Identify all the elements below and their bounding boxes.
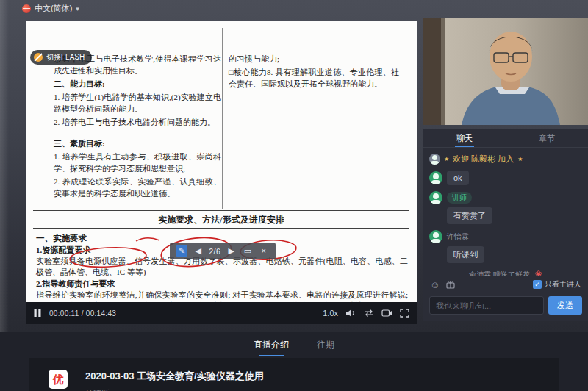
sender-name: 许怡霖: [447, 232, 469, 242]
clear-annotations-icon[interactable]: ×: [258, 245, 269, 257]
chat-toolbar: ☺ ✓ 只看主讲人: [423, 276, 588, 293]
chat-message-input[interactable]: [429, 296, 544, 315]
pause-icon: [33, 309, 42, 318]
line-switch-button[interactable]: [364, 309, 374, 318]
volume-icon: [345, 309, 356, 318]
tab-past-sessions[interactable]: 往期: [317, 339, 334, 356]
pause-button[interactable]: [33, 309, 42, 318]
avatar: [429, 230, 442, 243]
globe-icon: [22, 4, 31, 13]
slide-paragraph: □核心能力8. 具有理解职业道德、专业伦理、社会责任、国际观以及开拓全球视野的能…: [229, 66, 399, 90]
uxuetang-logo: 优 优学院: [43, 370, 74, 391]
slide-column-divider: [222, 28, 223, 209]
tab-chapters[interactable]: 章节: [506, 129, 588, 147]
slide-item-title: 1.资源配置要求: [36, 245, 90, 256]
switch-flash-label: 切换FLASH: [46, 52, 85, 62]
star-decoration-icon: ★: [517, 156, 523, 162]
slide-paragraph: 2. 培养电工与电子技术电路分析问题的能力。: [54, 116, 221, 128]
chat-message: 讲师 有赞赏了: [429, 191, 582, 224]
bottom-tab-bar: 直播介绍 往期: [0, 332, 588, 356]
slide-left-column: 形势下电工与电子技术教学,使得本课程学习达成先进性和实用性目标。 二、能力目标:…: [54, 53, 221, 201]
language-label: 中文(简体): [35, 3, 72, 14]
webcam-video: [423, 18, 588, 125]
page-indicator: 2/6: [209, 247, 220, 256]
time-display: 00:00:11 / 00:14:43: [49, 309, 116, 318]
slide-heading: 二、能力目标:: [54, 78, 221, 90]
slide-heading: 三、素质目标:: [54, 137, 221, 149]
slide-paragraph: 1. 培养学生具有主动参与、积极进取、崇尚科学、探究科学的学习态度和思想意识;: [54, 151, 221, 174]
only-presenter-toggle[interactable]: ✓ 只看主讲人: [533, 279, 581, 290]
gift-box-icon: [446, 280, 455, 289]
flower-icon: ❀: [535, 269, 542, 276]
player-controls: 00:00:11 / 00:14:43 1.0x: [26, 302, 417, 324]
bottom-section: 直播介绍 往期 优 优学院 2020-03-03 工场安全教育/实验仪器之使用 …: [0, 332, 588, 391]
next-page-icon[interactable]: ▶: [226, 245, 237, 257]
gift-icon[interactable]: [446, 280, 455, 289]
star-decoration-icon: ★: [444, 156, 449, 162]
pen-tool-icon[interactable]: ✎: [176, 245, 187, 257]
slide-paragraph: 1. 培养学生(1)电路学的基本知识,(2)实验建立电路模型分析问题的能力。: [54, 91, 221, 115]
chevron-down-icon: ▾: [76, 5, 79, 12]
course-instructor: 林琽跃: [85, 388, 264, 391]
welcome-text: 欢迎 陈毅彬 加入: [453, 154, 514, 165]
sender-name-badge: 讲师: [447, 192, 472, 204]
send-button[interactable]: 发送: [548, 296, 582, 315]
gift-notice: 俞沛霖 赠送了鲜花 ❀: [429, 269, 582, 276]
slide-item-body: 指导维护实验室的环境整洁,并确保实验室的安全准则; 对于实验基本要求、电路的连接…: [36, 290, 408, 302]
slide-right-column: 的习惯与能力; □核心能力8. 具有理解职业道德、专业伦理、社会责任、国际观以及…: [229, 53, 399, 91]
message-header: 讲师: [429, 191, 582, 204]
only-presenter-label: 只看主讲人: [545, 279, 581, 290]
message-bubble: 听课到: [447, 246, 484, 263]
line-switch-icon: [364, 309, 374, 318]
slide-paragraph: 2. 养成理论联系实际、实验严谨、认真细致、实事求是的科学态度和职业道德。: [54, 176, 221, 199]
avatar: [429, 191, 442, 204]
tab-chat[interactable]: 聊天: [423, 129, 506, 147]
language-selector[interactable]: 中文(简体) ▾: [22, 3, 79, 14]
chat-input-row: 发送: [423, 293, 588, 321]
chat-message: ok: [429, 171, 582, 185]
fullscreen-icon: [400, 309, 409, 318]
slide-item-title: 2.指导教师责任与要求: [36, 279, 115, 290]
slide-table-header: 实施要求、方法/形式及进度安排: [33, 210, 409, 229]
logo-glyph: 优: [49, 370, 68, 389]
course-meta: 2020-03-03 工场安全教育/实验仪器之使用 林琽跃: [85, 368, 264, 391]
gift-notice-text: 俞沛霖 赠送了鲜花: [469, 270, 530, 276]
annotation-toolbar: ✎ ◀ 2/6 ▶ ▭ ×: [170, 243, 276, 259]
switch-flash-button[interactable]: 切换FLASH: [30, 50, 92, 65]
message-bubble: ok: [447, 171, 469, 185]
slide-document: 切换FLASH 形势下电工与电子技术教学,使得本课程学习达成先进性和实用性目标。…: [26, 21, 417, 302]
chat-message: 许怡霖 听课到: [429, 230, 582, 263]
camera-button[interactable]: [381, 309, 392, 318]
avatar: [429, 171, 442, 184]
eraser-tool-icon[interactable]: ▭: [242, 245, 253, 257]
fullscreen-button[interactable]: [400, 309, 409, 318]
camera-icon: [381, 309, 392, 318]
slide-paragraph: 的习惯与能力;: [229, 53, 399, 65]
app-root: 中文(简体) ▾ 切换FLASH 形势下电工与电子技术教学,使得本课程学习达成先…: [0, 0, 588, 391]
playback-speed-button[interactable]: 1.0x: [323, 309, 338, 318]
message-bubble: 有赞赏了: [447, 207, 492, 224]
course-title: 2020-03-03 工场安全教育/实验仪器之使用: [85, 370, 264, 383]
welcome-message: ★ 欢迎 陈毅彬 加入 ★: [429, 154, 582, 165]
flash-icon: [34, 53, 43, 62]
chat-panel: 聊天 章节 ★ 欢迎 陈毅彬 加入 ★ ok 讲师 有赞赏了: [423, 129, 588, 321]
course-card[interactable]: 优 优学院 2020-03-03 工场安全教育/实验仪器之使用 林琽跃: [29, 358, 559, 391]
chat-tab-bar: 聊天 章节: [423, 129, 588, 148]
prev-page-icon[interactable]: ◀: [193, 245, 204, 257]
presenter-figure: [423, 18, 588, 125]
message-header: 许怡霖: [429, 230, 582, 243]
tab-live-intro[interactable]: 直播介绍: [254, 339, 289, 356]
checkbox-checked-icon: ✓: [533, 280, 542, 289]
slide-item-body-line: 指导维护实验室的环境整洁,并确保实验室的安全准则; 对于实验基本要求、电路的连接…: [36, 290, 408, 299]
volume-button[interactable]: [345, 309, 356, 318]
chat-message-list[interactable]: ★ 欢迎 陈毅彬 加入 ★ ok 讲师 有赞赏了 许怡霖: [423, 148, 588, 276]
avatar: [429, 154, 440, 165]
slide-section-title: 一、实施要求: [36, 233, 87, 244]
emoji-picker-icon[interactable]: ☺: [430, 280, 440, 290]
